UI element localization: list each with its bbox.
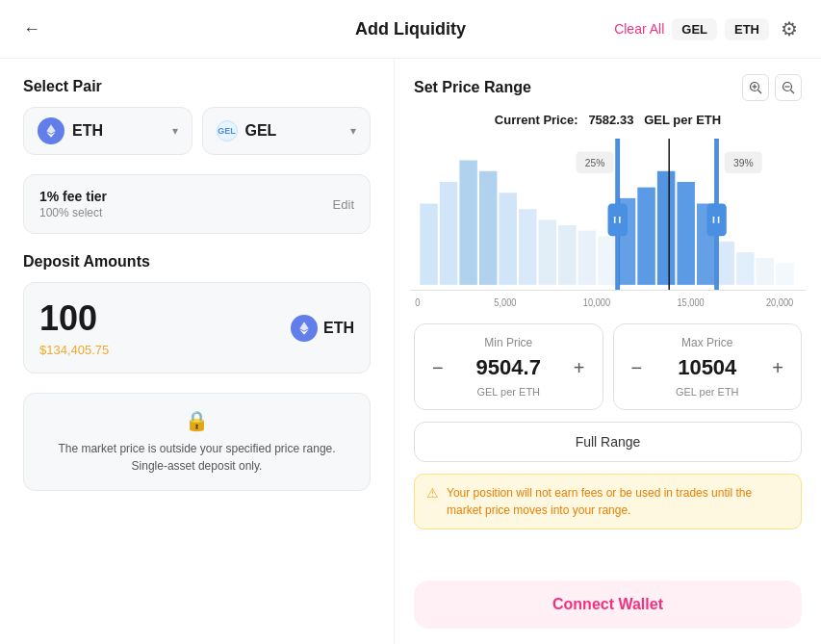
- header-right: Clear All GEL ETH ⚙: [614, 13, 802, 44]
- max-price-decrease-button[interactable]: −: [628, 358, 647, 377]
- svg-rect-17: [598, 236, 615, 285]
- token2-selector[interactable]: GEL GEL ▾: [202, 107, 372, 155]
- token2-label: GEL: [245, 122, 344, 140]
- min-price-unit: GEL per ETH: [428, 386, 589, 398]
- min-price-value: 9504.7: [476, 355, 541, 380]
- svg-text:20,000: 20,000: [766, 297, 794, 308]
- zoom-in-icon: [749, 81, 762, 94]
- svg-rect-16: [578, 231, 596, 285]
- svg-rect-12: [499, 193, 516, 285]
- gel-icon: GEL: [217, 120, 238, 142]
- svg-rect-33: [706, 204, 727, 237]
- zoom-out-icon: [782, 81, 795, 94]
- token2-badge: ETH: [725, 18, 769, 40]
- svg-rect-14: [539, 219, 556, 285]
- price-range-title: Set Price Range: [414, 79, 531, 96]
- min-price-decrease-button[interactable]: −: [428, 358, 448, 377]
- price-range-header: Set Price Range: [414, 74, 802, 101]
- main-content: Select Pair ETH ▾ GEL GEL ▾: [0, 59, 821, 644]
- warning-box: 🔒 The market price is outside your speci…: [23, 393, 371, 491]
- clear-all-button[interactable]: Clear All: [614, 21, 664, 37]
- zoom-in-button[interactable]: [742, 74, 769, 101]
- fee-tier-info: 1% fee tier 100% select: [39, 189, 107, 219]
- right-panel: Set Price Range: [395, 59, 821, 644]
- pair-selectors: ETH ▾ GEL GEL ▾: [23, 107, 371, 155]
- svg-rect-21: [677, 182, 694, 285]
- svg-text:0: 0: [415, 297, 421, 308]
- deposit-amount-row: 100 $134,405.75 ETH: [39, 298, 354, 357]
- fee-tier-sub: 100% select: [39, 206, 107, 219]
- svg-rect-24: [736, 252, 754, 285]
- max-price-value: 10504: [678, 355, 736, 380]
- current-price-value: 7582.33: [588, 113, 633, 127]
- max-price-label: Max Price: [628, 336, 788, 349]
- price-warning-text: Your position will not earn fees or be u…: [447, 484, 789, 519]
- back-button[interactable]: ←: [19, 15, 44, 43]
- settings-button[interactable]: ⚙: [777, 13, 802, 44]
- deposit-token: ETH: [291, 315, 354, 342]
- svg-rect-20: [657, 171, 675, 285]
- eth-icon: [38, 117, 64, 144]
- svg-rect-10: [459, 161, 476, 285]
- deposit-usd-value: $134,405.75: [39, 343, 109, 357]
- fee-tier-label: 1% fee tier: [39, 189, 107, 204]
- token1-chevron-icon: ▾: [172, 124, 178, 138]
- min-price-row: − 9504.7 +: [428, 355, 589, 380]
- price-inputs: Min Price − 9504.7 + GEL per ETH Max Pri…: [414, 323, 802, 410]
- deposit-title: Deposit Amounts: [23, 253, 371, 270]
- deposit-token-label: ETH: [323, 320, 354, 337]
- token1-label: ETH: [72, 122, 165, 140]
- price-warning: ⚠ Your position will not earn fees or be…: [414, 474, 802, 529]
- svg-rect-8: [420, 204, 437, 285]
- svg-line-5: [791, 90, 795, 94]
- max-price-increase-button[interactable]: +: [768, 358, 787, 377]
- lock-icon: 🔒: [185, 409, 209, 432]
- select-pair-title: Select Pair: [23, 78, 371, 95]
- fee-tier-edit-button[interactable]: Edit: [333, 197, 354, 212]
- liquidity-chart: 25% 39% 0 5,000 10,000 15,000 20,000: [410, 139, 806, 312]
- min-price-increase-button[interactable]: +: [570, 358, 589, 377]
- warning-text: The market price is outside your specifi…: [39, 440, 354, 475]
- svg-rect-25: [757, 258, 774, 285]
- min-price-label: Min Price: [428, 336, 589, 349]
- header-left: ←: [19, 15, 44, 43]
- deposit-eth-icon: [291, 315, 318, 342]
- svg-rect-15: [558, 225, 576, 285]
- zoom-controls: [742, 74, 802, 101]
- current-price-label: Current Price:: [495, 113, 578, 127]
- svg-text:5,000: 5,000: [494, 297, 517, 308]
- full-range-button[interactable]: Full Range: [414, 422, 802, 462]
- svg-text:15,000: 15,000: [677, 297, 705, 308]
- deposit-section: Deposit Amounts 100 $134,405.75: [23, 253, 371, 374]
- max-price-unit: GEL per ETH: [628, 386, 788, 398]
- svg-text:39%: 39%: [733, 157, 754, 169]
- svg-rect-26: [776, 263, 793, 285]
- max-price-box: Max Price − 10504 + GEL per ETH: [613, 323, 803, 410]
- current-price-unit: GEL per ETH: [644, 113, 721, 127]
- token1-selector[interactable]: ETH ▾: [23, 107, 192, 155]
- svg-rect-13: [519, 209, 536, 285]
- connect-wallet-button[interactable]: Connect Wallet: [414, 580, 802, 629]
- svg-line-1: [758, 90, 762, 94]
- deposit-box: 100 $134,405.75 ETH: [23, 282, 371, 374]
- app-header: ← Add Liquidity Clear All GEL ETH ⚙: [0, 0, 821, 59]
- page-title: Add Liquidity: [355, 19, 466, 39]
- max-price-row: − 10504 +: [628, 355, 788, 380]
- svg-text:10,000: 10,000: [583, 297, 611, 308]
- token2-chevron-icon: ▾: [350, 124, 356, 138]
- zoom-out-button[interactable]: [775, 74, 802, 101]
- token1-badge: GEL: [672, 18, 717, 40]
- fee-tier-box: 1% fee tier 100% select Edit: [23, 174, 371, 234]
- left-panel: Select Pair ETH ▾ GEL GEL ▾: [0, 59, 395, 644]
- svg-rect-11: [479, 171, 497, 285]
- svg-rect-29: [608, 204, 629, 237]
- current-price-row: Current Price: 7582.33 GEL per ETH: [414, 113, 802, 127]
- min-price-box: Min Price − 9504.7 + GEL per ETH: [414, 323, 603, 410]
- svg-text:25%: 25%: [585, 157, 605, 169]
- svg-rect-19: [637, 188, 654, 285]
- svg-rect-9: [440, 182, 457, 285]
- chart-container: 25% 39% 0 5,000 10,000 15,000 20,000: [410, 139, 806, 312]
- deposit-amount-value: 100: [39, 298, 109, 339]
- warning-triangle-icon: ⚠: [426, 485, 439, 501]
- svg-rect-23: [717, 242, 734, 285]
